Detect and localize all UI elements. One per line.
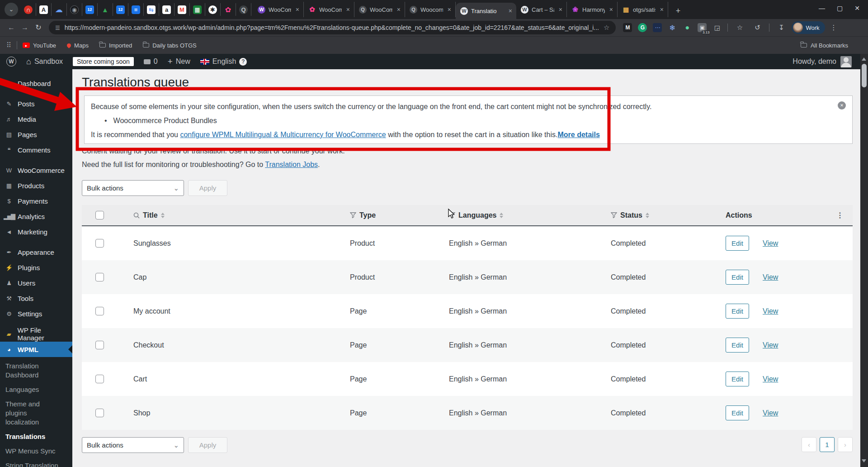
comments-menu[interactable]: 0 — [144, 57, 158, 66]
pinned-tab-drive-icon[interactable] — [98, 3, 113, 16]
submenu-translations[interactable]: Translations — [0, 429, 72, 444]
edit-button[interactable]: Edit — [726, 270, 749, 285]
browser-menu-icon[interactable] — [830, 24, 837, 32]
bookmark-maps[interactable]: Maps — [67, 42, 89, 49]
translation-jobs-link[interactable]: Translation Jobs — [265, 161, 318, 168]
sidebar-item-payments[interactable]: $Payments — [0, 193, 72, 209]
pinned-tab-cloud-icon[interactable] — [52, 3, 67, 16]
view-link[interactable]: View — [763, 307, 778, 315]
forward-icon[interactable] — [18, 21, 32, 34]
more-details-link[interactable]: More details — [557, 131, 599, 138]
row-checkbox[interactable] — [95, 409, 104, 417]
sidebar-item-users[interactable]: ♟Users — [0, 275, 72, 291]
row-checkbox[interactable] — [95, 341, 104, 349]
header-type[interactable]: Type — [343, 211, 449, 219]
pinned-tab-spiral-icon[interactable] — [67, 3, 82, 16]
view-link[interactable]: View — [763, 273, 778, 281]
close-icon[interactable] — [854, 5, 860, 12]
configure-wpml-link[interactable]: configure WPML Multilingual & Multicurre… — [180, 131, 386, 138]
submenu-translation-dashboard[interactable]: Translation Dashboard — [0, 359, 72, 382]
minimize-icon[interactable] — [819, 5, 825, 12]
sidebar-item-posts[interactable]: ✎Posts — [0, 96, 72, 111]
next-page-button[interactable]: › — [838, 437, 853, 452]
view-link[interactable]: View — [763, 409, 778, 417]
tab-close-icon[interactable] — [446, 6, 453, 13]
apply-button[interactable]: Apply — [188, 180, 227, 196]
tab-close-icon[interactable] — [608, 6, 614, 13]
browser-tab[interactable]: WooCom — [354, 2, 405, 17]
row-checkbox[interactable] — [95, 307, 104, 315]
view-link[interactable]: View — [763, 375, 778, 383]
browser-tab[interactable]: Harmony — [567, 2, 618, 17]
extension-dots-icon[interactable] — [653, 23, 662, 32]
maximize-icon[interactable] — [837, 5, 843, 12]
sort-icon[interactable] — [500, 213, 503, 218]
site-info-icon[interactable] — [55, 24, 60, 32]
extension-metamask-icon[interactable] — [623, 23, 632, 32]
bulk-actions-select[interactable]: Bulk actions — [82, 180, 184, 196]
dismiss-notice-icon[interactable] — [838, 101, 846, 110]
pinned-tab-docs-icon[interactable] — [128, 3, 144, 16]
browser-tab[interactable]: WooCom — [304, 2, 354, 17]
bulk-actions-select[interactable]: Bulk actions — [82, 437, 184, 453]
view-link[interactable]: View — [763, 239, 778, 248]
browser-tab[interactable]: Cart – Sa — [516, 2, 567, 17]
browser-tab[interactable]: Woocom — [405, 2, 456, 17]
sidebar-item-products[interactable]: ▦Products — [0, 178, 72, 193]
header-languages[interactable]: Languages — [449, 211, 602, 219]
sort-icon[interactable] — [646, 213, 649, 218]
tab-close-icon[interactable] — [396, 6, 402, 13]
profile-button[interactable]: Work — [792, 21, 825, 34]
pinned-tab-chatgpt-icon[interactable] — [205, 3, 221, 16]
bookmark-star-icon[interactable] — [604, 24, 609, 32]
sidebar-item-pages[interactable]: ▤Pages — [0, 127, 72, 142]
site-name-menu[interactable]: Sandbox — [26, 57, 63, 67]
edit-button[interactable]: Edit — [726, 405, 749, 420]
sidebar-item-plugins[interactable]: ⚡Plugins — [0, 260, 72, 275]
url-text[interactable]: https://modern-pandeiro.sandbox.otgs.wor… — [65, 24, 599, 31]
sidebar-item-woocommerce[interactable]: WWooCommerce — [0, 162, 72, 178]
bookmark-youtube[interactable]: YouTube — [23, 42, 56, 49]
browser-tab[interactable]: otgs/satis — [618, 2, 668, 17]
language-switcher[interactable]: English? — [200, 57, 247, 66]
downloads-icon[interactable] — [775, 24, 787, 32]
sidebar-item-dashboard[interactable]: ◔Dashboard — [0, 76, 72, 91]
sort-icon[interactable] — [161, 213, 165, 218]
view-link[interactable]: View — [763, 341, 778, 349]
scroll-up-icon[interactable] — [862, 55, 866, 61]
sidebar-item-marketing[interactable]: ◄Marketing — [0, 224, 72, 239]
tab-close-icon[interactable] — [507, 7, 514, 14]
extension-bag-icon[interactable]: 3.13 — [698, 23, 707, 32]
submenu-string-translation[interactable]: String Translation — [0, 458, 72, 467]
address-bar[interactable]: https://modern-pandeiro.sandbox.otgs.wor… — [49, 21, 616, 34]
back-icon[interactable] — [5, 21, 18, 34]
pinned-tab-q-icon[interactable] — [236, 3, 251, 16]
row-checkbox[interactable] — [95, 375, 104, 383]
submenu-languages[interactable]: Languages — [0, 382, 72, 397]
tab-close-icon[interactable] — [345, 6, 351, 13]
apps-grid-icon[interactable] — [6, 41, 11, 49]
submenu-theme-plugins-localization[interactable]: Theme and plugins localization — [0, 397, 63, 429]
tab-close-icon[interactable] — [294, 6, 301, 13]
extension-grammarly-icon[interactable] — [638, 23, 647, 32]
pinned-tab-gmail-icon[interactable] — [175, 3, 190, 16]
select-all-checkbox[interactable] — [95, 211, 104, 219]
pinned-tab-calendar2-icon[interactable] — [113, 3, 128, 16]
tab-close-icon[interactable] — [659, 6, 665, 13]
sidebar-item-tools[interactable]: ⚒Tools — [0, 291, 72, 306]
tab-close-icon[interactable] — [557, 6, 564, 13]
header-status[interactable]: Status — [602, 211, 726, 219]
reload-icon[interactable] — [32, 21, 45, 34]
column-options-icon[interactable] — [836, 211, 844, 219]
pinned-tab-amazon-icon[interactable] — [159, 3, 175, 16]
all-bookmarks-button[interactable]: All Bookmarks — [801, 42, 848, 49]
bookmark-folder-daily-tabs[interactable]: Daily tabs OTGS — [143, 42, 197, 49]
scrollbar[interactable] — [860, 54, 868, 467]
scrollbar-thumb[interactable] — [862, 64, 867, 87]
pinned-tab-a-icon[interactable] — [36, 3, 52, 16]
browser-tab-active[interactable]: Translatio — [456, 3, 516, 19]
sidebar-item-media[interactable]: ♬Media — [0, 111, 72, 127]
help-icon[interactable]: ? — [239, 58, 247, 66]
sidebar-item-wpml[interactable]: ◕WPML — [0, 342, 72, 357]
apply-button[interactable]: Apply — [188, 437, 227, 453]
